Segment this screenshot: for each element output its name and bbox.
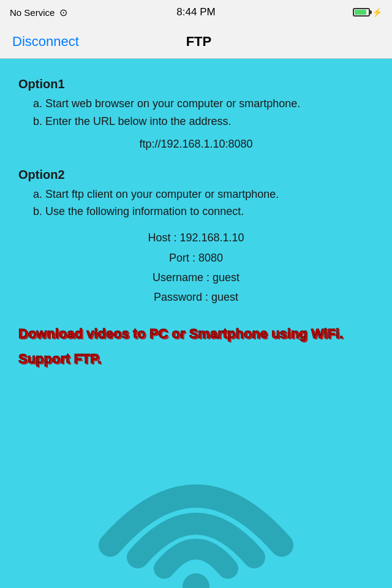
- time-display: 8:44 PM: [132, 6, 260, 18]
- connection-info: Host : 192.168.1.10 Port : 8080 Username…: [18, 228, 374, 307]
- username-info: Username : guest: [18, 268, 374, 287]
- main-content: Option1 a. Start web browser on your com…: [0, 59, 392, 588]
- battery-indicator: ⚡: [353, 7, 382, 17]
- page-title: FTP: [186, 34, 212, 50]
- option2-title: Option2: [18, 168, 374, 182]
- wifi-symbol-graphic: [92, 429, 300, 588]
- option2-block: Option2 a. Start ftp client on your comp…: [18, 168, 374, 307]
- option2-step-a: a. Start ftp client on your computer or …: [33, 186, 374, 203]
- battery-fill: [355, 10, 366, 15]
- wifi-status-icon: ⊙: [59, 7, 67, 18]
- battery-body: [353, 8, 370, 17]
- carrier-text: No Service: [10, 7, 55, 18]
- port-info: Port : 8080: [18, 248, 374, 268]
- option1-step-a: a. Start web browser on your computer or…: [33, 95, 374, 113]
- promo-line1: Download videos to PC or Smartphone usin…: [18, 325, 374, 344]
- host-info: Host : 192.168.1.10: [18, 228, 374, 247]
- status-right: ⚡: [260, 7, 382, 17]
- option1-step-b: b. Enter the URL below into the address.: [33, 113, 374, 130]
- nav-bar: Disconnect FTP: [0, 24, 392, 59]
- status-left: No Service ⊙: [10, 7, 132, 18]
- option1-title: Option1: [18, 77, 374, 91]
- ftp-url: ftp://192.168.1.10:8080: [18, 138, 374, 151]
- svg-point-0: [183, 573, 209, 588]
- disconnect-button[interactable]: Disconnect: [12, 34, 79, 50]
- password-info: Password : guest: [18, 287, 374, 307]
- promo-line2: Support FTP.: [18, 350, 374, 369]
- option1-block: Option1 a. Start web browser on your com…: [18, 77, 374, 151]
- charging-icon: ⚡: [372, 7, 382, 17]
- status-bar: No Service ⊙ 8:44 PM ⚡: [0, 0, 392, 24]
- option2-step-b: b. Use the following information to conn…: [33, 203, 374, 221]
